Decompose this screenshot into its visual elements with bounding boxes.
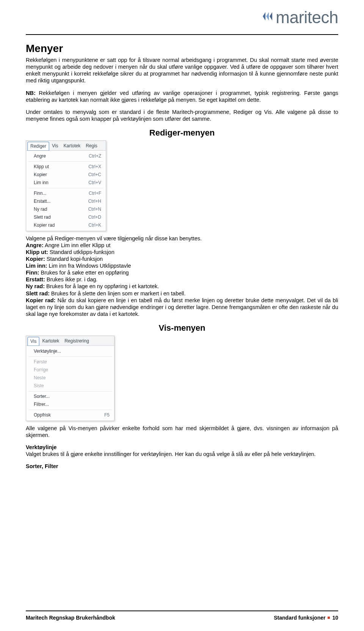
brand-word: maritech <box>276 7 338 28</box>
menu-item[interactable]: Finn...Ctrl+F <box>26 189 106 197</box>
menu-item-shortcut: Ctrl+D <box>88 215 101 220</box>
menu-item[interactable]: Verktøylinje... <box>26 347 114 355</box>
footer-page-number: 10 <box>332 615 338 622</box>
section-vis-heading: Vis-menyen <box>26 323 338 333</box>
tab-kartotek[interactable]: Kartotek <box>61 142 83 150</box>
menu-item[interactable]: Sorter... <box>26 393 114 401</box>
definition-term: Lim inn: <box>26 263 47 269</box>
definition-term: Kopier: <box>26 256 45 262</box>
definition-term: Angre: <box>26 242 44 248</box>
definition-desc: Standard kopi-funksjon <box>45 256 103 262</box>
menu-item-shortcut: Ctrl+V <box>88 180 101 186</box>
verktoy-para: Valget brukes til å gjøre enkelte innsti… <box>26 451 338 457</box>
menu-item[interactable]: OppfriskF5 <box>26 411 114 419</box>
menu-item[interactable]: Lim innCtrl+V <box>26 179 106 187</box>
definition-line: Klipp ut: Standard utklipps-funksjon <box>26 249 338 256</box>
definition-desc: Brukes for å slette den linjen som er ma… <box>50 290 186 297</box>
menu-item[interactable]: Filtrer... <box>26 401 114 409</box>
footer-left: Maritech Regnskap Brukerhåndbok <box>26 615 115 622</box>
nb-para: NB: Rekkefølgen i menyen gjelder ved utf… <box>26 90 338 103</box>
page-content: Menyer Rekkefølgen i menypunktene er sat… <box>26 42 338 470</box>
tab-registrering[interactable]: Registrering <box>62 337 91 345</box>
definition-line: Finn: Brukes for å søke etter en oppføri… <box>26 269 338 276</box>
intro-para-3: Under omtales to menyvalg som er standar… <box>26 109 338 122</box>
menu-separator <box>28 391 112 391</box>
menu-item-label: Ny rad <box>34 207 47 212</box>
footer-right-label: Standard funksjoner <box>274 615 325 622</box>
vis-items: Verktøylinje...FørsteForrigeNesteSisteSo… <box>26 346 114 421</box>
menu-item[interactable]: AngreCtrl+Z <box>26 152 106 160</box>
definition-term: Erstatt: <box>26 276 45 282</box>
rediger-tabs: Rediger Vis Kartotek Regis <box>26 141 106 151</box>
menu-item-label: Slett rad <box>34 215 51 220</box>
rediger-items: AngreCtrl+ZKlipp utCtrl+XKopierCtrl+CLim… <box>26 151 106 231</box>
menu-item-shortcut: Ctrl+H <box>88 199 101 204</box>
nb-prefix: NB: <box>26 90 36 96</box>
kopier-rad-para: Kopier rad: Når du skal kopiere en linje… <box>26 297 338 317</box>
menu-item[interactable]: Første <box>26 358 114 366</box>
logo-icon <box>260 10 273 24</box>
menu-item[interactable]: Slett radCtrl+D <box>26 213 106 221</box>
vis-intro: Alle valgene på Vis-menyen påvirker enke… <box>26 425 338 439</box>
sorter-heading: Sorter, Filter <box>26 463 338 470</box>
menu-item[interactable]: Erstatt...Ctrl+H <box>26 197 106 205</box>
menu-item-label: Første <box>34 359 47 365</box>
menu-item-label: Oppfrisk <box>34 412 51 418</box>
tab-vis-2[interactable]: Vis <box>28 337 39 345</box>
menu-item-label: Verktøylinje... <box>34 349 61 354</box>
definition-term: Ny rad: <box>26 283 45 289</box>
rediger-menu-screenshot: Rediger Vis Kartotek Regis AngreCtrl+ZKl… <box>26 140 106 231</box>
definition-term: Klipp ut: <box>26 249 48 255</box>
definition-line: Kopier: Standard kopi-funksjon <box>26 256 338 262</box>
menu-item-shortcut: Ctrl+Z <box>89 153 101 159</box>
definition-desc: Angre Lim inn eller Klipp ut <box>44 242 111 248</box>
menu-item[interactable]: Klipp utCtrl+X <box>26 163 106 171</box>
tab-rediger[interactable]: Rediger <box>28 142 49 150</box>
footer-divider <box>26 610 338 611</box>
rediger-intro-line: Valgene på Rediger-menyen vil være tilgj… <box>26 235 338 242</box>
menu-separator <box>28 188 104 188</box>
menu-item[interactable]: Siste <box>26 382 114 390</box>
menu-item-label: Angre <box>34 153 46 159</box>
menu-item-shortcut: Ctrl+K <box>88 222 101 228</box>
page-title: Menyer <box>26 42 338 55</box>
verktoy-heading: Verktøylinje <box>26 444 338 451</box>
menu-separator <box>28 161 104 162</box>
intro-para-1: Rekkefølgen i menypunktene er satt opp f… <box>26 57 338 84</box>
menu-item-shortcut: Ctrl+X <box>88 164 101 170</box>
definition-desc: Lim inn fra Windows Utklippstavle <box>47 263 131 269</box>
definition-desc: Brukes for å søke etter en oppføring <box>39 270 129 276</box>
definition-desc: Brukes ikke pr. i dag. <box>45 276 98 282</box>
definition-line: Ny rad: Brukes for å lage en ny oppførin… <box>26 283 338 290</box>
vis-menu-screenshot: Vis Kartotek Registrering Verktøylinje..… <box>26 336 115 421</box>
menu-separator <box>28 410 112 410</box>
tab-regis[interactable]: Regis <box>83 142 100 150</box>
menu-item-shortcut: F5 <box>104 412 110 418</box>
kopier-rad-text: Når du skal kopiere en linje i en tabell… <box>26 297 338 317</box>
menu-item[interactable]: Forrige <box>26 366 114 374</box>
definition-line: Erstatt: Brukes ikke pr. i dag. <box>26 276 338 283</box>
definition-line: Slett rad: Brukes for å slette den linje… <box>26 290 338 297</box>
footer-bullet-icon <box>328 617 330 619</box>
page-footer: Maritech Regnskap Brukerhåndbok Standard… <box>26 615 338 622</box>
definition-list: Angre: Angre Lim inn eller Klipp utKlipp… <box>26 242 338 297</box>
vis-tabs: Vis Kartotek Registrering <box>26 336 114 346</box>
definition-term: Finn: <box>26 270 39 276</box>
menu-item-label: Erstatt... <box>34 199 51 204</box>
definition-line: Lim inn: Lim inn fra Windows Utklippstav… <box>26 262 338 269</box>
menu-item-label: Lim inn <box>34 180 49 186</box>
menu-item[interactable]: KopierCtrl+C <box>26 171 106 179</box>
kopier-rad-label: Kopier rad: <box>26 297 55 303</box>
header-divider <box>26 34 338 35</box>
menu-item[interactable]: Neste <box>26 374 114 382</box>
menu-separator <box>28 357 112 357</box>
tab-vis[interactable]: Vis <box>50 142 60 150</box>
menu-item-shortcut: Ctrl+F <box>89 191 101 196</box>
tab-kartotek-2[interactable]: Kartotek <box>40 337 61 345</box>
definition-desc: Standard utklipps-funksjon <box>48 249 115 255</box>
menu-item[interactable]: Kopier radCtrl+K <box>26 221 106 229</box>
menu-item-label: Neste <box>34 375 46 381</box>
menu-item-label: Forrige <box>34 367 48 373</box>
menu-item[interactable]: Ny radCtrl+N <box>26 205 106 213</box>
definition-line: Angre: Angre Lim inn eller Klipp ut <box>26 242 338 249</box>
